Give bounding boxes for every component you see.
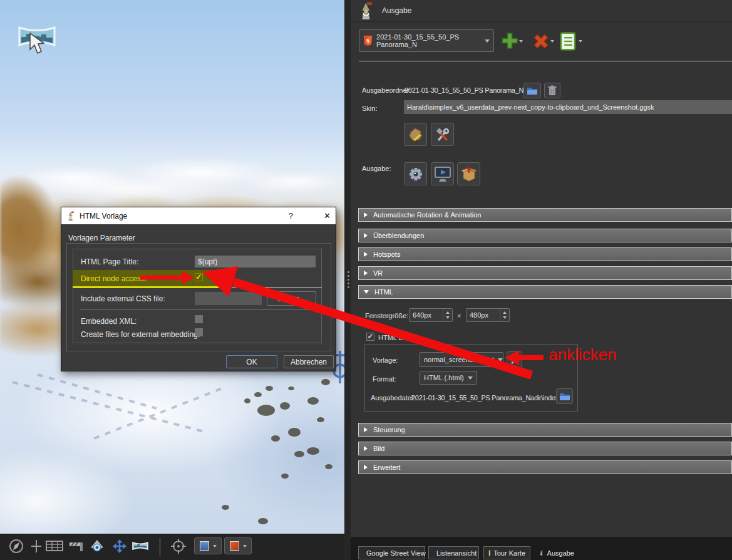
move-arrows-icon[interactable] xyxy=(113,539,126,553)
grid-icon[interactable] xyxy=(46,541,63,552)
svg-text:5: 5 xyxy=(366,38,369,44)
skin-tools-button[interactable] xyxy=(431,123,454,146)
section-label: VR xyxy=(373,269,383,277)
splitter-dot xyxy=(348,283,349,284)
view-cone-icon[interactable] xyxy=(90,539,105,553)
close-button[interactable]: ✕ xyxy=(324,211,331,220)
tab-label: Google Street View xyxy=(366,549,426,557)
dialog-titlebar[interactable]: HTML Vorlage ? ✕ xyxy=(61,207,336,224)
section-hotspots[interactable]: Hotspots xyxy=(358,247,732,261)
template-tools-button[interactable] xyxy=(507,351,522,368)
delete-folder-button[interactable] xyxy=(544,83,560,98)
chevron-right-icon xyxy=(364,233,368,238)
section-vr[interactable]: VR xyxy=(358,266,732,280)
cursor-icon xyxy=(29,33,48,58)
preview-output-button[interactable] xyxy=(431,162,454,185)
help-button[interactable]: ? xyxy=(289,211,293,220)
section-label: Steuerung xyxy=(373,426,405,433)
delete-output-button[interactable] xyxy=(532,32,550,51)
output-settings-button[interactable] xyxy=(404,162,427,185)
bottom-tabbar: Google Street View Listenansicht Tour Ka… xyxy=(351,537,732,560)
folder-icon xyxy=(527,86,538,95)
cancel-button[interactable]: Abbrechen xyxy=(284,355,334,368)
spinner-arrows[interactable] xyxy=(500,309,509,321)
crosshair-icon[interactable] xyxy=(30,539,43,553)
section-label: Überblendungen xyxy=(373,232,424,239)
chevron-down-icon xyxy=(364,290,369,294)
section-blending[interactable]: Überblendungen xyxy=(358,229,732,242)
package-output-button[interactable] xyxy=(457,162,480,185)
chevron-right-icon xyxy=(364,252,368,257)
chevron-down-icon xyxy=(498,358,503,361)
divider xyxy=(80,309,317,310)
target-icon[interactable] xyxy=(171,539,186,554)
node-select[interactable]: 5 2021-01-30_15_55_50_PS Panorama_N xyxy=(359,29,494,52)
template-select[interactable]: normal_screenshot.ggt xyxy=(420,352,503,367)
splitter-dot xyxy=(348,279,349,281)
splitter-dot xyxy=(348,286,349,288)
ok-button[interactable]: OK xyxy=(226,355,277,368)
section-html[interactable]: HTML xyxy=(358,285,732,299)
panel-title: Ausgabe xyxy=(382,6,411,15)
section-advanced[interactable]: Erweitert xyxy=(358,460,732,474)
section-rotation[interactable]: Automatische Rotation & Animation xyxy=(358,208,732,222)
gate-icon[interactable] xyxy=(69,541,85,552)
html-file-checkbox[interactable] xyxy=(366,333,374,341)
chevron-down-icon[interactable] xyxy=(579,40,582,43)
height-value: 480px xyxy=(470,311,488,319)
width-spinner[interactable]: 640px xyxy=(409,308,453,322)
embedded-xml-label: Embedded XML: xyxy=(81,317,137,326)
tab-google-street-view[interactable]: Google Street View xyxy=(358,546,425,559)
chevron-down-icon xyxy=(213,545,217,547)
divider xyxy=(359,61,732,61)
splitter-dot xyxy=(348,275,349,277)
red-swatch xyxy=(230,541,239,551)
section-label: Erweitert xyxy=(373,464,400,471)
output-panel: Ausgabe 5 2021-01-30_15_55_50_PS Panoram… xyxy=(351,0,732,537)
tab-listenansicht[interactable]: Listenansicht xyxy=(428,546,479,559)
open-folder-button[interactable] xyxy=(523,83,541,98)
section-control[interactable]: Steuerung xyxy=(358,423,732,437)
embedded-xml-checkbox[interactable] xyxy=(195,315,203,323)
chevron-right-icon xyxy=(364,465,368,470)
trash-icon xyxy=(548,85,557,96)
edit-skin-button[interactable] xyxy=(404,123,427,146)
section-label: HTML xyxy=(374,288,393,296)
tab-tour-karte[interactable]: Tour Karte xyxy=(483,546,530,559)
skin-field[interactable]: Harald\simplex_v6_userdata_prev-next_cop… xyxy=(404,100,732,114)
page-title-field[interactable]: $(upt) xyxy=(195,256,316,267)
tab-ausgabe[interactable]: Ausgabe xyxy=(534,546,579,559)
create-files-checkbox[interactable] xyxy=(195,328,203,336)
output-folder-value: 2021-01-30_15_55_50_PS Panorama_Nadir xyxy=(405,86,534,95)
css-field[interactable] xyxy=(195,292,262,305)
spinner-arrows[interactable] xyxy=(443,309,452,321)
html-template-dialog: HTML Vorlage ? ✕ Vorlagen Parameter HTML… xyxy=(61,207,336,371)
red-color-button[interactable] xyxy=(224,537,252,554)
height-spinner[interactable]: 480px xyxy=(466,308,510,322)
chevron-down-icon[interactable] xyxy=(519,40,523,43)
format-select[interactable]: HTML (.html) xyxy=(420,371,477,385)
chevron-right-icon xyxy=(364,446,368,451)
output-file-folder-button[interactable] xyxy=(556,388,573,404)
blue-color-button[interactable] xyxy=(194,537,222,554)
toolbar-separator xyxy=(160,538,160,556)
monitor-play-icon xyxy=(434,166,451,182)
times-symbol: × xyxy=(457,311,461,320)
section-label: Bild xyxy=(373,445,384,452)
open-css-button[interactable]: Öffnen... xyxy=(267,291,316,306)
add-output-button[interactable] xyxy=(501,31,518,50)
section-image[interactable]: Bild xyxy=(358,442,732,455)
tab-label: Tour Karte xyxy=(493,549,525,557)
direct-node-checkbox[interactable] xyxy=(195,273,203,281)
chevron-down-icon[interactable] xyxy=(550,40,554,43)
highlight-underline xyxy=(73,286,223,288)
output-file-value: 2021-01-30_15_55_50_PS Panorama_Nadir\in… xyxy=(411,393,572,402)
compass-icon[interactable] xyxy=(9,539,24,554)
output-list-button[interactable] xyxy=(560,32,576,51)
format-value: HTML (.html) xyxy=(424,374,464,381)
pano2vr-gnome-icon xyxy=(539,548,544,557)
divider xyxy=(223,287,322,288)
chevron-down-icon xyxy=(468,376,473,380)
panorama-mode-icon[interactable] xyxy=(131,541,149,552)
width-value: 640px xyxy=(413,311,431,319)
